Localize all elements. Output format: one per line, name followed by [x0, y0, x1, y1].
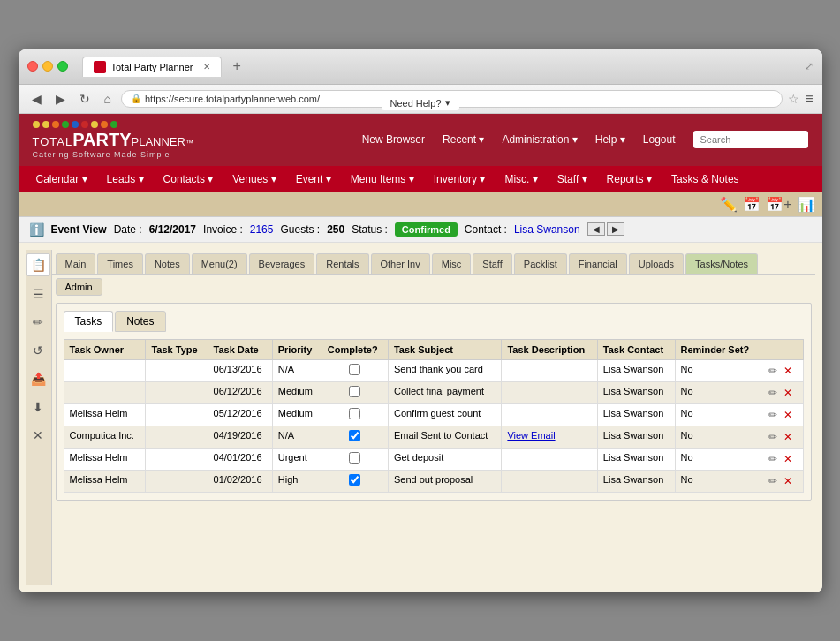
nav-tasks-notes[interactable]: Tasks & Notes	[662, 166, 748, 192]
tab-financial[interactable]: Financial	[569, 253, 627, 274]
forward-button[interactable]: ▶	[51, 90, 70, 108]
reload-button[interactable]: ↻	[75, 90, 95, 108]
close-dot[interactable]	[27, 61, 38, 72]
window-resize-icon[interactable]: ⤢	[805, 60, 814, 72]
new-tab-button[interactable]: +	[232, 58, 240, 74]
back-button[interactable]: ◀	[27, 90, 46, 108]
tab-close-button[interactable]: ✕	[203, 62, 210, 72]
table-row: Computica Inc.04/19/2016N/AEmail Sent to…	[64, 426, 803, 448]
tab-uploads[interactable]: Uploads	[629, 253, 684, 274]
tab-main[interactable]: Main	[56, 253, 96, 274]
prev-event-button[interactable]: ◀	[587, 222, 605, 236]
tab-beverages[interactable]: Beverages	[249, 253, 315, 274]
tab-packlist[interactable]: Packlist	[514, 253, 567, 274]
browser-menu-icon[interactable]: ≡	[805, 91, 813, 107]
delete-task-button[interactable]: ✕	[782, 474, 794, 488]
edit-task-button[interactable]: ✏	[767, 386, 779, 400]
sidebar-icon-checklist[interactable]: 📋	[26, 253, 50, 276]
nav-misc-label: Misc. ▾	[504, 173, 537, 185]
tab-tasks-notes[interactable]: Tasks/Notes	[685, 253, 758, 274]
cell-complete[interactable]	[322, 403, 388, 426]
sidebar-icon-download[interactable]: ⬇	[29, 396, 47, 418]
invoice-link[interactable]: 2165	[250, 223, 274, 236]
complete-checkbox[interactable]	[349, 474, 360, 486]
nav-contacts-label: Contacts ▾	[163, 173, 214, 185]
edit-task-button[interactable]: ✏	[767, 408, 779, 422]
info-icon[interactable]: ℹ️	[29, 222, 44, 237]
sidebar-icon-refresh[interactable]: ↺	[29, 340, 47, 361]
col-task-date: Task Date	[208, 339, 272, 359]
cell-description	[502, 448, 597, 470]
home-button[interactable]: ⌂	[100, 90, 116, 108]
complete-checkbox[interactable]	[349, 430, 360, 441]
bookmark-icon[interactable]: ☆	[788, 92, 799, 106]
nav-inventory[interactable]: Inventory ▾	[425, 166, 495, 192]
nav-contacts[interactable]: Contacts ▾	[155, 166, 223, 192]
tab-times[interactable]: Times	[97, 253, 143, 274]
cell-complete[interactable]	[322, 426, 388, 448]
grid-toolbar-icon[interactable]: 📊	[798, 196, 815, 213]
minimize-dot[interactable]	[42, 61, 53, 72]
nav-venues[interactable]: Venues ▾	[223, 166, 284, 192]
complete-checkbox[interactable]	[349, 452, 360, 464]
tab-misc[interactable]: Misc	[432, 253, 472, 274]
add-calendar-icon[interactable]: 📅+	[766, 196, 791, 213]
tab-rentals[interactable]: Rentals	[316, 253, 368, 274]
cell-subject: Confirm guest count	[388, 403, 501, 426]
cell-type	[146, 403, 208, 426]
search-input[interactable]	[693, 131, 808, 148]
sub-tab-tasks[interactable]: Tasks	[64, 311, 114, 332]
cell-complete[interactable]	[322, 359, 388, 381]
tab-staff[interactable]: Staff	[473, 253, 511, 274]
need-help-button[interactable]: Need Help? ▾	[381, 95, 458, 110]
cell-complete[interactable]	[322, 470, 388, 492]
edit-task-button[interactable]: ✏	[767, 474, 779, 488]
description-link[interactable]: View Email	[507, 430, 555, 441]
nav-leads[interactable]: Leads ▾	[98, 166, 153, 192]
nav-menu-items[interactable]: Menu Items ▾	[342, 166, 423, 192]
delete-task-button[interactable]: ✕	[782, 408, 794, 422]
nav-logout[interactable]: Logout	[643, 133, 676, 146]
nav-staff[interactable]: Staff ▾	[549, 166, 596, 192]
edit-task-button[interactable]: ✏	[767, 452, 779, 466]
browser-tab[interactable]: Total Party Planner ✕	[82, 57, 223, 77]
edit-task-button[interactable]: ✏	[767, 430, 779, 444]
tab-menu[interactable]: Menu(2)	[192, 253, 247, 274]
url-input[interactable]	[145, 94, 773, 104]
sub-tab-notes[interactable]: Notes	[115, 311, 165, 332]
tab-other-inv[interactable]: Other Inv	[371, 253, 430, 274]
next-event-button[interactable]: ▶	[607, 222, 624, 236]
sidebar-icon-edit[interactable]: ✏	[29, 312, 47, 333]
nav-reports[interactable]: Reports ▾	[598, 166, 661, 192]
nav-new-browser[interactable]: New Browser	[362, 133, 425, 146]
maximize-dot[interactable]	[57, 61, 68, 72]
nav-recent[interactable]: Recent ▾	[443, 133, 484, 146]
cell-actions: ✏ ✕	[761, 448, 803, 470]
table-row: Melissa Helm05/12/2016MediumConfirm gues…	[64, 403, 803, 426]
tab-admin[interactable]: Admin	[56, 278, 102, 296]
edit-task-button[interactable]: ✏	[767, 364, 779, 378]
tab-notes[interactable]: Notes	[145, 253, 190, 274]
sidebar-icon-export[interactable]: 📤	[27, 368, 49, 389]
delete-task-button[interactable]: ✕	[782, 364, 794, 378]
nav-administration[interactable]: Administration ▾	[502, 133, 577, 146]
delete-task-button[interactable]: ✕	[782, 430, 794, 444]
complete-checkbox[interactable]	[349, 386, 360, 397]
delete-task-button[interactable]: ✕	[782, 386, 794, 400]
cell-description[interactable]: View Email	[502, 426, 597, 448]
contact-link[interactable]: Lisa Swanson	[514, 223, 580, 236]
nav-event[interactable]: Event ▾	[287, 166, 340, 192]
sidebar-icon-list[interactable]: ☰	[29, 283, 48, 305]
sidebar-icon-close[interactable]: ✕	[29, 425, 47, 446]
nav-help[interactable]: Help ▾	[595, 133, 625, 146]
complete-checkbox[interactable]	[349, 364, 360, 375]
nav-calendar[interactable]: Calendar ▾	[27, 166, 96, 192]
nav-misc[interactable]: Misc. ▾	[496, 166, 546, 192]
delete-task-button[interactable]: ✕	[782, 452, 794, 466]
calendar-toolbar-icon[interactable]: 📅	[743, 196, 761, 213]
cell-complete[interactable]	[322, 448, 388, 470]
edit-toolbar-icon[interactable]: ✏️	[720, 196, 738, 213]
cell-complete[interactable]	[322, 381, 388, 403]
complete-checkbox[interactable]	[349, 408, 360, 419]
cell-owner	[64, 381, 146, 403]
